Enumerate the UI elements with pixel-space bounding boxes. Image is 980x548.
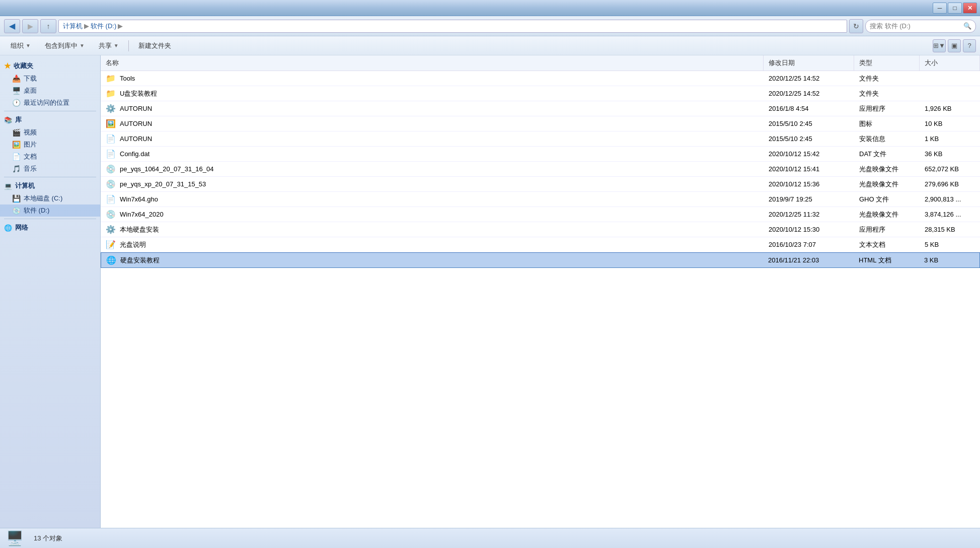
table-row[interactable]: 💿 pe_yqs_1064_20_07_31_16_04 2020/10/12 …: [101, 162, 980, 177]
computer-icon: 💻: [4, 182, 12, 190]
file-cell-modified: 2020/10/12 15:36: [764, 177, 854, 191]
table-row[interactable]: ⚙️ AUTORUN 2016/1/8 4:54 应用程序 1,926 KB: [101, 101, 980, 116]
include-library-button[interactable]: 包含到库中 ▼: [38, 39, 91, 53]
file-cell-name: 💿 pe_yqs_xp_20_07_31_15_53: [101, 177, 764, 191]
table-row[interactable]: 💿 Win7x64_2020 2020/12/25 11:32 光盘映像文件 3…: [101, 207, 980, 222]
table-row[interactable]: 💿 pe_yqs_xp_20_07_31_15_53 2020/10/12 15…: [101, 177, 980, 192]
sidebar-sep-3: [4, 219, 96, 219]
table-row[interactable]: 📄 AUTORUN 2015/5/10 2:45 安装信息 1 KB: [101, 131, 980, 147]
library-header[interactable]: 📚 库: [0, 113, 100, 126]
file-cell-type: 图标: [854, 116, 920, 131]
table-row[interactable]: 🖼️ AUTORUN 2015/5/10 2:45 图标 10 KB: [101, 116, 980, 131]
search-box[interactable]: 🔍: [865, 20, 976, 33]
maximize-button[interactable]: □: [948, 3, 962, 14]
table-row[interactable]: 📝 光盘说明 2016/10/23 7:07 文本文档 5 KB: [101, 237, 980, 252]
file-cell-type: 应用程序: [854, 101, 920, 116]
file-cell-type: 应用程序: [854, 222, 920, 237]
search-input[interactable]: [870, 22, 963, 30]
documents-label: 文档: [24, 152, 37, 161]
file-name: 硬盘安装教程: [120, 256, 160, 265]
file-cell-name: 📄 AUTORUN: [101, 131, 764, 146]
file-cell-name: 📝 光盘说明: [101, 237, 764, 252]
file-cell-name: 📁 Tools: [101, 71, 764, 86]
sidebar-item-software-d[interactable]: 💿 软件 (D:): [0, 204, 100, 217]
table-row[interactable]: 📁 U盘安装教程 2020/12/25 14:52 文件夹: [101, 86, 980, 101]
path-drive[interactable]: 软件 (D:): [91, 22, 116, 31]
file-name: Config.dat: [120, 150, 149, 158]
sidebar-item-documents[interactable]: 📄 文档: [0, 151, 100, 163]
path-computer[interactable]: 计算机: [63, 22, 83, 31]
share-arrow: ▼: [114, 43, 119, 48]
preview-pane-button[interactable]: ▣: [948, 39, 961, 52]
path-separator-2: ▶: [118, 22, 123, 30]
file-cell-type: HTML 文档: [854, 253, 919, 267]
back-button[interactable]: ◀: [4, 19, 20, 33]
sidebar-item-recent[interactable]: 🕐 最近访问的位置: [0, 97, 100, 109]
sidebar-item-downloads[interactable]: 📥 下载: [0, 73, 100, 85]
network-header[interactable]: 🌐 网络: [0, 221, 100, 234]
file-cell-modified: 2015/5/10 2:45: [764, 116, 854, 131]
software-d-label: 软件 (D:): [24, 206, 49, 215]
col-name[interactable]: 名称: [101, 55, 764, 71]
computer-label: 计算机: [15, 181, 35, 190]
share-label: 共享: [99, 41, 112, 50]
file-name: AUTORUN: [120, 105, 152, 112]
share-button[interactable]: 共享 ▼: [92, 39, 125, 53]
sidebar-item-music[interactable]: 🎵 音乐: [0, 163, 100, 175]
forward-button[interactable]: ▶: [22, 19, 38, 33]
recent-label: 最近访问的位置: [24, 98, 69, 107]
close-button[interactable]: ✕: [963, 3, 977, 14]
table-row[interactable]: 📁 Tools 2020/12/25 14:52 文件夹: [101, 71, 980, 86]
file-cell-name: ⚙️ AUTORUN: [101, 101, 764, 116]
table-row[interactable]: 📄 Win7x64.gho 2019/9/7 19:25 GHO 文件 2,90…: [101, 192, 980, 207]
computer-header[interactable]: 💻 计算机: [0, 179, 100, 192]
file-icon: 📁: [106, 74, 116, 83]
status-icon: 🖥️: [6, 530, 24, 546]
new-folder-label: 新建文件夹: [138, 41, 171, 50]
file-cell-size: 10 KB: [920, 116, 980, 131]
new-folder-button[interactable]: 新建文件夹: [132, 39, 178, 53]
file-cell-size: 2,900,813 ...: [920, 192, 980, 207]
desktop-label: 桌面: [24, 86, 37, 95]
col-type[interactable]: 类型: [854, 55, 920, 71]
file-cell-size: 36 KB: [920, 147, 980, 161]
sidebar-item-desktop[interactable]: 🖥️ 桌面: [0, 85, 100, 97]
help-button[interactable]: ?: [963, 39, 976, 52]
file-cell-size: 5 KB: [920, 237, 980, 252]
table-row[interactable]: ⚙️ 本地硬盘安装 2020/10/12 15:30 应用程序 28,315 K…: [101, 222, 980, 237]
local-c-icon: 💾: [12, 194, 21, 202]
col-modified[interactable]: 修改日期: [764, 55, 854, 71]
up-button[interactable]: ↑: [40, 19, 56, 33]
videos-icon: 🎬: [12, 128, 21, 136]
file-icon: 📄: [106, 194, 116, 204]
file-cell-type: DAT 文件: [854, 147, 920, 161]
downloads-icon: 📥: [12, 75, 21, 83]
sidebar-sep-2: [4, 177, 96, 177]
file-name: Win7x64.gho: [120, 195, 158, 203]
sidebar-item-videos[interactable]: 🎬 视频: [0, 126, 100, 139]
table-row[interactable]: 🌐 硬盘安装教程 2016/11/21 22:03 HTML 文档 3 KB: [101, 252, 980, 268]
file-list-body: 📁 Tools 2020/12/25 14:52 文件夹 📁 U盘安装教程 20…: [101, 71, 980, 268]
address-path[interactable]: 计算机 ▶ 软件 (D:) ▶: [58, 20, 847, 33]
file-name: 本地硬盘安装: [120, 225, 159, 234]
file-cell-modified: 2016/10/23 7:07: [764, 237, 854, 252]
favorites-header[interactable]: ★ 收藏夹: [0, 59, 100, 73]
network-section: 🌐 网络: [0, 221, 100, 234]
file-cell-modified: 2019/9/7 19:25: [764, 192, 854, 207]
file-cell-modified: 2020/10/12 15:30: [764, 222, 854, 237]
minimize-button[interactable]: ─: [933, 3, 947, 14]
computer-section: 💻 计算机 💾 本地磁盘 (C:) 💿 软件 (D:): [0, 179, 100, 217]
file-cell-type: 安装信息: [854, 131, 920, 146]
view-options-button[interactable]: ⊞▼: [933, 39, 946, 52]
table-row[interactable]: 📄 Config.dat 2020/10/12 15:42 DAT 文件 36 …: [101, 147, 980, 162]
col-size[interactable]: 大小: [920, 55, 980, 71]
refresh-button[interactable]: ↻: [849, 19, 863, 33]
file-cell-name: 📁 U盘安装教程: [101, 86, 764, 101]
music-label: 音乐: [24, 164, 37, 173]
sidebar-item-pictures[interactable]: 🖼️ 图片: [0, 139, 100, 151]
recent-icon: 🕐: [12, 99, 21, 107]
file-cell-size: [920, 86, 980, 101]
sidebar-item-local-c[interactable]: 💾 本地磁盘 (C:): [0, 192, 100, 204]
documents-icon: 📄: [12, 153, 21, 161]
organize-button[interactable]: 组织 ▼: [4, 39, 37, 53]
